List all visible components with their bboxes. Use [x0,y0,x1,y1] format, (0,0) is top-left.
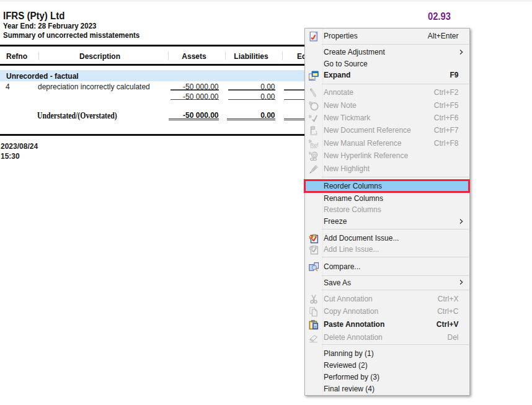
svg-text:Ref: Ref [310,141,319,148]
svg-text:.1: .1 [314,130,317,135]
